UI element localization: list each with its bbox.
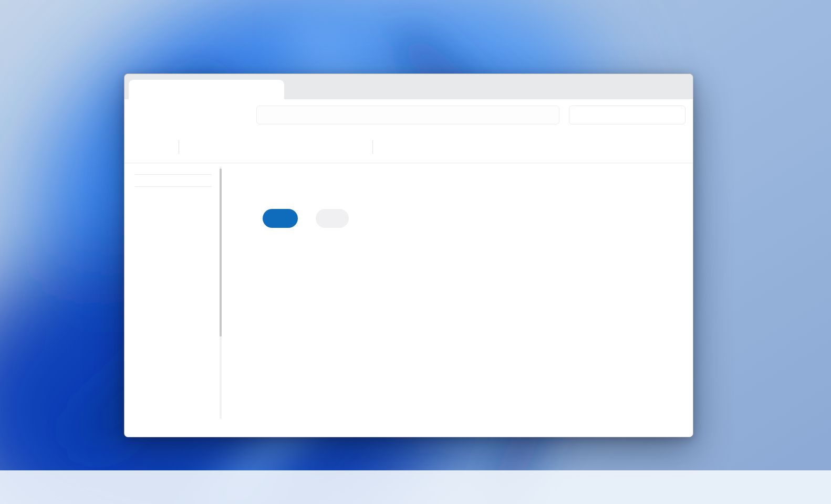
star-icon: [273, 214, 283, 223]
chevron-down-icon: [161, 144, 167, 150]
close-button[interactable]: [663, 74, 693, 99]
plus-circle-icon: [142, 142, 153, 152]
breadcrumb-segment-home[interactable]: [287, 114, 291, 116]
tab-close-button[interactable]: [267, 84, 279, 96]
rename-icon: [286, 142, 297, 152]
new-tab-button[interactable]: [292, 80, 307, 96]
more-options-button[interactable]: [483, 136, 506, 158]
status-bar: [124, 422, 693, 437]
command-toolbar: [124, 131, 693, 163]
more-icon: [490, 142, 500, 152]
system-tray: [784, 471, 831, 504]
filter-icon: [452, 142, 462, 152]
content-pane: [227, 163, 693, 422]
maximize-button[interactable]: [633, 74, 663, 99]
search-icon: [671, 111, 680, 119]
new-button[interactable]: [137, 136, 172, 158]
sidebar-scrollbar[interactable]: [220, 166, 222, 419]
details-pane-icon: [661, 142, 671, 152]
sidebar-separator: [135, 186, 212, 187]
people-icon: [325, 214, 335, 223]
toolbar-separator: [372, 140, 373, 154]
copy-button[interactable]: [217, 136, 240, 158]
expand-favorites-chevron-icon[interactable]: [243, 214, 252, 223]
tab-home[interactable]: [129, 80, 284, 99]
taskbar: [0, 470, 831, 504]
sidebar-separator: [135, 174, 212, 175]
details-button[interactable]: [656, 136, 680, 158]
explorer-body: [124, 163, 693, 422]
refresh-button[interactable]: [226, 106, 245, 124]
share-icon: [318, 142, 328, 152]
shared-button[interactable]: [316, 209, 349, 228]
copy-icon: [223, 142, 234, 152]
navigation-bar: [124, 99, 693, 131]
collapse-quick-access-chevron-icon[interactable]: [243, 176, 252, 184]
sort-icon: [385, 142, 394, 152]
up-icon: [200, 110, 209, 120]
home-icon: [136, 86, 144, 94]
favorites-button[interactable]: [263, 209, 298, 228]
forward-button[interactable]: [164, 106, 183, 124]
sort-button[interactable]: [379, 136, 413, 158]
title-bar[interactable]: [124, 74, 693, 99]
tray-overflow-button[interactable]: [796, 484, 804, 491]
chevron-right-icon[interactable]: [276, 112, 282, 118]
close-icon: [674, 83, 682, 90]
delete-button[interactable]: [343, 136, 366, 158]
share-button[interactable]: [311, 136, 335, 158]
plus-icon: [296, 85, 303, 92]
minimize-button[interactable]: [603, 74, 633, 99]
chevron-down-icon: [435, 144, 441, 150]
rename-button[interactable]: [280, 136, 303, 158]
home-outline-icon: [263, 111, 272, 119]
delete-icon: [349, 142, 360, 152]
minimize-icon: [615, 83, 622, 90]
scrollbar-thumb[interactable]: [220, 169, 222, 337]
address-bar[interactable]: [256, 106, 559, 124]
paste-icon: [255, 142, 265, 152]
chevron-right-icon[interactable]: [296, 112, 302, 118]
view-button[interactable]: [413, 136, 446, 158]
chevron-down-icon: [402, 144, 408, 150]
search-box[interactable]: [569, 106, 685, 124]
up-button[interactable]: [195, 106, 214, 124]
cut-button[interactable]: [185, 136, 209, 158]
paste-button[interactable]: [248, 136, 272, 158]
close-icon: [270, 87, 276, 93]
back-button[interactable]: [133, 106, 152, 124]
cut-icon: [192, 142, 202, 152]
navigation-pane: [124, 163, 220, 422]
filter-button[interactable]: [446, 136, 480, 158]
chevron-down-icon: [469, 144, 475, 150]
file-explorer-window: [124, 74, 693, 437]
refresh-icon: [231, 110, 240, 120]
view-icon: [418, 142, 428, 152]
forward-icon: [169, 110, 178, 120]
search-input[interactable]: [576, 111, 667, 119]
maximize-icon: [645, 83, 652, 90]
toolbar-separator: [179, 140, 179, 154]
window-controls: [603, 74, 693, 99]
back-icon: [138, 110, 147, 120]
